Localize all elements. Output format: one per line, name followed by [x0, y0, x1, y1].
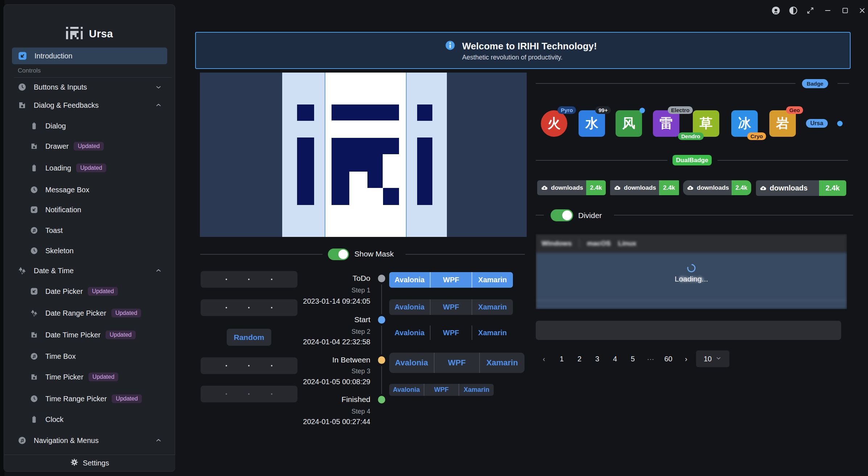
clock-icon	[30, 247, 38, 255]
arrow-square-icon	[18, 51, 27, 61]
element-badge-target: 岩	[769, 110, 796, 137]
empty-panel	[536, 321, 841, 340]
prev-page-button[interactable]: ‹	[538, 355, 550, 363]
group-button-wpf[interactable]: WPF	[430, 272, 471, 288]
chevron-up-icon	[155, 267, 162, 274]
banner-title: Welcome to IRIHI Technology!	[462, 41, 597, 52]
note-icon	[30, 226, 38, 234]
divider-toggle[interactable]	[551, 209, 573, 221]
loading-spinner-icon	[686, 263, 696, 275]
divider-label: Divider	[578, 211, 602, 220]
group-button-xamarin[interactable]: Xamarin	[472, 325, 513, 340]
sidebar-item-navigation-menus[interactable]: Navigation & Menus	[12, 432, 167, 449]
step-connector	[381, 326, 382, 354]
tab-macos[interactable]: macOS	[587, 239, 610, 247]
step-subtitle: Step 3	[291, 368, 370, 375]
minimize-icon[interactable]	[822, 5, 833, 16]
cloud-download-icon	[541, 184, 548, 192]
sidebar-item-dialog[interactable]: Dialog	[12, 118, 167, 134]
page-button-4[interactable]: 4	[609, 355, 621, 363]
group-button-wpf[interactable]: WPF	[434, 353, 479, 373]
dual-badge-value: 2.4k	[586, 180, 606, 195]
sidebar-item-introduction[interactable]: Introduction	[12, 48, 167, 64]
page-button-60[interactable]: 60	[663, 355, 674, 363]
trees-icon	[30, 309, 38, 317]
sidebar-item-message-box[interactable]: Message Box	[12, 181, 167, 198]
group-button-wpf[interactable]: WPF	[430, 325, 471, 340]
settings-button[interactable]: Settings	[4, 455, 175, 471]
step-title: Finished	[291, 395, 370, 404]
group-button-wpf[interactable]: WPF	[424, 384, 459, 396]
toggle-knob	[562, 210, 572, 220]
page-size-value: 10	[704, 355, 712, 363]
group-button-avalonia[interactable]: Avalonia	[389, 325, 430, 340]
sidebar: Ursa IntroductionControls Buttons & Inpu…	[4, 4, 175, 472]
floppy-icon	[30, 373, 38, 381]
divider-line	[536, 160, 667, 161]
divider-line	[838, 83, 849, 84]
group-button-xamarin[interactable]: Xamarin	[479, 353, 524, 373]
show-mask-toggle[interactable]	[328, 249, 349, 260]
dual-badge-value: 2.4k	[659, 180, 679, 195]
date-input-disabled[interactable]	[201, 386, 297, 402]
sidebar-item-date-range-picker[interactable]: Date Range PickerUpdated	[12, 305, 167, 321]
tab-separator	[579, 239, 580, 248]
group-button-avalonia[interactable]: Avalonia	[389, 353, 434, 373]
battery-icon	[30, 415, 38, 423]
sidebar-item-time-range-picker[interactable]: Time Range PickerUpdated	[12, 390, 167, 407]
next-page-button[interactable]: ›	[680, 355, 692, 363]
date-input[interactable]	[201, 271, 297, 288]
tab-linux[interactable]: Linux	[618, 239, 637, 247]
group-button-avalonia[interactable]: Avalonia	[389, 384, 424, 396]
step-date: 2024-01-04 22:32:58	[254, 338, 370, 346]
arrow-square-icon	[30, 287, 38, 295]
dual-badge-label: downloads	[610, 180, 659, 195]
group-button-xamarin[interactable]: Xamarin	[458, 384, 494, 396]
page-button-2[interactable]: 2	[574, 355, 585, 363]
step-date: 2024-01-05 00:27:44	[254, 418, 370, 426]
sidebar-item-time-picker[interactable]: Time PickerUpdated	[12, 369, 167, 385]
tab-strip: Windows macOS Linux	[536, 234, 847, 253]
sidebar-item-skeleton[interactable]: Skeleton	[12, 242, 167, 259]
step-status-dot	[378, 275, 385, 282]
dual-badge-value: 2.4k	[732, 180, 751, 195]
theme-toggle-icon[interactable]	[788, 5, 799, 16]
sidebar-item-loading[interactable]: LoadingUpdated	[12, 160, 167, 176]
date-input[interactable]	[201, 357, 297, 374]
sidebar-item-dialog-feedbacks[interactable]: Dialog & Feedbacks	[12, 97, 167, 114]
step-title: In Between	[291, 356, 370, 364]
updated-badge: Updated	[89, 373, 119, 381]
group-button-wpf[interactable]: WPF	[430, 299, 471, 315]
github-icon[interactable]	[770, 5, 781, 16]
page-button-1[interactable]: 1	[556, 355, 567, 363]
sidebar-item-drawer[interactable]: DrawerUpdated	[12, 138, 167, 155]
group-button-xamarin[interactable]: Xamarin	[472, 299, 513, 315]
element-badge-target: 风	[616, 110, 642, 137]
page-button-3[interactable]: 3	[592, 355, 603, 363]
sidebar-menu: IntroductionControls Buttons & Inputs Di…	[4, 45, 175, 461]
cloud-download-icon	[687, 184, 694, 192]
group-button-xamarin[interactable]: Xamarin	[472, 272, 513, 288]
sidebar-item-toast[interactable]: Toast	[12, 222, 167, 239]
sidebar-item-buttons-inputs[interactable]: Buttons & Inputs	[12, 79, 167, 95]
sidebar-item-date-picker[interactable]: Date PickerUpdated	[12, 283, 167, 300]
value-badge: Pyro	[558, 106, 576, 114]
sidebar-item-date-time[interactable]: Date & Time	[12, 262, 167, 279]
maximize-icon[interactable]	[840, 5, 851, 16]
trees-icon	[18, 266, 26, 275]
tab-windows[interactable]: Windows	[542, 239, 572, 247]
dual-badge: downloads 2.4k	[756, 180, 846, 196]
dot-badge	[639, 108, 645, 113]
sidebar-item-time-box[interactable]: Time Box	[12, 348, 167, 365]
sidebar-item-date-time-picker[interactable]: Date Time PickerUpdated	[12, 327, 167, 343]
group-button-avalonia[interactable]: Avalonia	[389, 272, 430, 288]
app-logo: Ursa	[4, 24, 175, 44]
sidebar-item-clock[interactable]: Clock	[12, 411, 167, 428]
close-icon[interactable]	[857, 5, 868, 16]
page-size-select[interactable]: 10	[696, 350, 729, 367]
sidebar-item-notification[interactable]: Notification	[12, 201, 167, 218]
expand-icon[interactable]	[805, 5, 816, 16]
group-button-avalonia[interactable]: Avalonia	[389, 299, 430, 315]
step-date: 2024-01-05 00:08:29	[254, 378, 370, 386]
page-button-5[interactable]: 5	[627, 355, 638, 363]
